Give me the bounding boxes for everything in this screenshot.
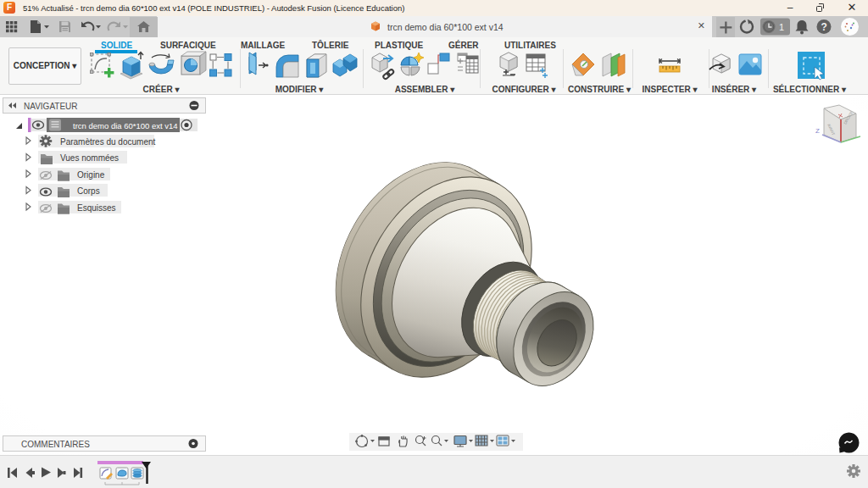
svg-text:Z: Z: [815, 127, 820, 135]
svg-text:?: ?: [821, 21, 827, 33]
svg-text:1: 1: [779, 22, 784, 32]
